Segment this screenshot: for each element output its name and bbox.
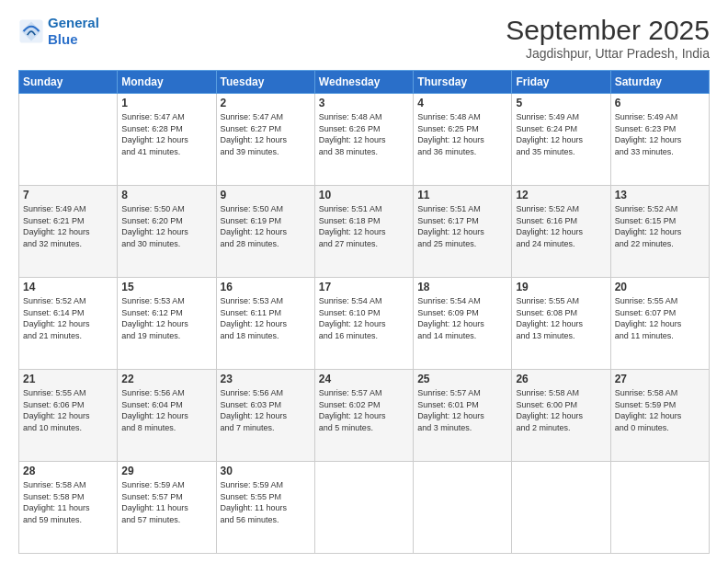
day-number: 10 [319,189,409,201]
calendar-cell: 26Sunrise: 5:58 AM Sunset: 6:00 PM Dayli… [512,370,610,462]
calendar-cell: 12Sunrise: 5:52 AM Sunset: 6:16 PM Dayli… [512,186,610,278]
calendar-cell: 13Sunrise: 5:52 AM Sunset: 6:15 PM Dayli… [610,186,709,278]
day-number: 19 [516,281,606,293]
day-number: 12 [516,189,606,201]
day-info: Sunrise: 5:53 AM Sunset: 6:11 PM Dayligh… [221,295,311,341]
calendar-cell: 27Sunrise: 5:58 AM Sunset: 5:59 PM Dayli… [610,370,709,462]
day-info: Sunrise: 5:55 AM Sunset: 6:06 PM Dayligh… [23,387,113,433]
calendar-cell: 5Sunrise: 5:49 AM Sunset: 6:24 PM Daylig… [512,94,610,186]
day-info: Sunrise: 5:59 AM Sunset: 5:57 PM Dayligh… [121,479,211,525]
logo-blue: Blue [48,31,78,47]
day-info: Sunrise: 5:49 AM Sunset: 6:24 PM Dayligh… [516,111,606,157]
day-number: 29 [121,465,211,477]
day-info: Sunrise: 5:58 AM Sunset: 5:59 PM Dayligh… [615,387,705,433]
calendar-week-1: 1Sunrise: 5:47 AM Sunset: 6:28 PM Daylig… [19,94,710,186]
day-number: 15 [121,281,211,293]
day-info: Sunrise: 5:52 AM Sunset: 6:15 PM Dayligh… [615,203,705,249]
calendar-cell: 30Sunrise: 5:59 AM Sunset: 5:55 PM Dayli… [216,462,314,554]
day-info: Sunrise: 5:58 AM Sunset: 5:58 PM Dayligh… [23,479,113,525]
day-number: 14 [23,281,113,293]
day-number: 17 [319,281,409,293]
day-info: Sunrise: 5:49 AM Sunset: 6:23 PM Dayligh… [615,111,705,157]
calendar-cell: 22Sunrise: 5:56 AM Sunset: 6:04 PM Dayli… [118,370,216,462]
calendar-cell: 14Sunrise: 5:52 AM Sunset: 6:14 PM Dayli… [19,278,118,370]
day-number: 13 [615,189,705,201]
day-info: Sunrise: 5:47 AM Sunset: 6:28 PM Dayligh… [121,111,211,157]
day-info: Sunrise: 5:52 AM Sunset: 6:16 PM Dayligh… [516,203,606,249]
day-number: 30 [221,465,311,477]
day-number: 8 [121,189,211,201]
day-number: 20 [615,281,705,293]
day-number: 24 [319,373,409,385]
day-number: 3 [319,97,409,109]
col-header-sunday: Sunday [19,71,118,94]
calendar-cell: 21Sunrise: 5:55 AM Sunset: 6:06 PM Dayli… [19,370,118,462]
calendar-cell: 9Sunrise: 5:50 AM Sunset: 6:19 PM Daylig… [216,186,314,278]
calendar-cell: 20Sunrise: 5:55 AM Sunset: 6:07 PM Dayli… [610,278,709,370]
day-number: 2 [221,97,311,109]
day-number: 9 [221,189,311,201]
calendar-cell: 4Sunrise: 5:48 AM Sunset: 6:25 PM Daylig… [414,94,512,186]
page: General Blue September 2025 Jagdishpur, … [0,0,728,563]
day-info: Sunrise: 5:55 AM Sunset: 6:08 PM Dayligh… [516,295,606,341]
calendar-cell: 11Sunrise: 5:51 AM Sunset: 6:17 PM Dayli… [414,186,512,278]
day-info: Sunrise: 5:49 AM Sunset: 6:21 PM Dayligh… [23,203,113,249]
day-number: 5 [516,97,606,109]
logo-text: General Blue [48,15,99,48]
calendar-cell: 10Sunrise: 5:51 AM Sunset: 6:18 PM Dayli… [314,186,413,278]
calendar-cell: 16Sunrise: 5:53 AM Sunset: 6:11 PM Dayli… [216,278,314,370]
day-info: Sunrise: 5:51 AM Sunset: 6:18 PM Dayligh… [319,203,409,249]
col-header-monday: Monday [118,71,216,94]
day-number: 25 [417,373,507,385]
calendar-week-3: 14Sunrise: 5:52 AM Sunset: 6:14 PM Dayli… [19,278,710,370]
calendar-header-row: SundayMondayTuesdayWednesdayThursdayFrid… [19,71,710,94]
day-info: Sunrise: 5:57 AM Sunset: 6:01 PM Dayligh… [417,387,507,433]
calendar-week-2: 7Sunrise: 5:49 AM Sunset: 6:21 PM Daylig… [19,186,710,278]
day-info: Sunrise: 5:48 AM Sunset: 6:25 PM Dayligh… [417,111,507,157]
calendar-cell: 24Sunrise: 5:57 AM Sunset: 6:02 PM Dayli… [314,370,413,462]
col-header-saturday: Saturday [610,71,709,94]
calendar-cell: 3Sunrise: 5:48 AM Sunset: 6:26 PM Daylig… [314,94,413,186]
col-header-wednesday: Wednesday [314,71,413,94]
calendar-week-4: 21Sunrise: 5:55 AM Sunset: 6:06 PM Dayli… [19,370,710,462]
day-number: 21 [23,373,113,385]
day-number: 1 [121,97,211,109]
day-number: 4 [417,97,507,109]
calendar-cell: 15Sunrise: 5:53 AM Sunset: 6:12 PM Dayli… [118,278,216,370]
title-block: September 2025 Jagdishpur, Uttar Pradesh… [506,15,710,61]
location: Jagdishpur, Uttar Pradesh, India [506,46,710,61]
calendar-cell [610,462,709,554]
calendar-cell: 6Sunrise: 5:49 AM Sunset: 6:23 PM Daylig… [610,94,709,186]
calendar-table: SundayMondayTuesdayWednesdayThursdayFrid… [18,70,710,554]
calendar-cell: 19Sunrise: 5:55 AM Sunset: 6:08 PM Dayli… [512,278,610,370]
day-info: Sunrise: 5:55 AM Sunset: 6:07 PM Dayligh… [615,295,705,341]
calendar-cell: 17Sunrise: 5:54 AM Sunset: 6:10 PM Dayli… [314,278,413,370]
day-info: Sunrise: 5:54 AM Sunset: 6:10 PM Dayligh… [319,295,409,341]
calendar-cell: 28Sunrise: 5:58 AM Sunset: 5:58 PM Dayli… [19,462,118,554]
day-info: Sunrise: 5:56 AM Sunset: 6:03 PM Dayligh… [221,387,311,433]
day-number: 11 [417,189,507,201]
day-info: Sunrise: 5:53 AM Sunset: 6:12 PM Dayligh… [121,295,211,341]
calendar-cell: 8Sunrise: 5:50 AM Sunset: 6:20 PM Daylig… [118,186,216,278]
calendar-cell: 23Sunrise: 5:56 AM Sunset: 6:03 PM Dayli… [216,370,314,462]
day-number: 6 [615,97,705,109]
day-number: 27 [615,373,705,385]
calendar-cell [512,462,610,554]
day-number: 28 [23,465,113,477]
day-info: Sunrise: 5:50 AM Sunset: 6:19 PM Dayligh… [221,203,311,249]
day-number: 23 [221,373,311,385]
calendar-cell: 1Sunrise: 5:47 AM Sunset: 6:28 PM Daylig… [118,94,216,186]
calendar-cell: 29Sunrise: 5:59 AM Sunset: 5:57 PM Dayli… [118,462,216,554]
logo-general: General [48,15,99,30]
day-number: 22 [121,373,211,385]
calendar-cell: 2Sunrise: 5:47 AM Sunset: 6:27 PM Daylig… [216,94,314,186]
calendar-cell [314,462,413,554]
col-header-thursday: Thursday [414,71,512,94]
calendar-cell: 7Sunrise: 5:49 AM Sunset: 6:21 PM Daylig… [19,186,118,278]
header: General Blue September 2025 Jagdishpur, … [18,15,710,61]
col-header-tuesday: Tuesday [216,71,314,94]
calendar-cell: 18Sunrise: 5:54 AM Sunset: 6:09 PM Dayli… [414,278,512,370]
day-info: Sunrise: 5:50 AM Sunset: 6:20 PM Dayligh… [121,203,211,249]
day-info: Sunrise: 5:47 AM Sunset: 6:27 PM Dayligh… [221,111,311,157]
day-number: 16 [221,281,311,293]
